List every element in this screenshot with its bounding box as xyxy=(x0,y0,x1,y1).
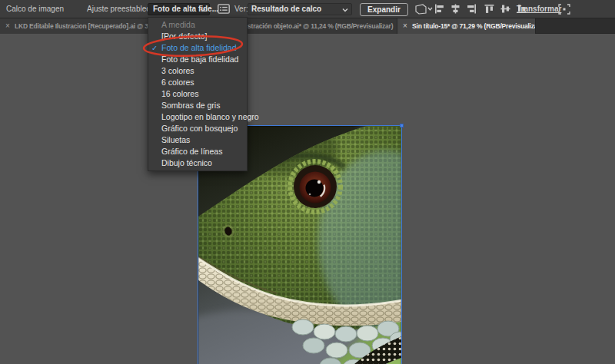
menu-item-logotipo-en-blanco-y-negro[interactable]: Logotipo en blanco y negro xyxy=(148,111,247,123)
menu-item-sombras-de-gris[interactable]: Sombras de gris xyxy=(148,100,247,111)
tab-close-icon[interactable]: × xyxy=(403,18,407,34)
view-select[interactable]: Resultado de calco xyxy=(248,3,352,15)
align-center-vertical-icon[interactable] xyxy=(500,4,510,14)
menu-item-6-colores[interactable]: 6 colores xyxy=(148,77,247,88)
menu-item-gr-fico-de-l-neas[interactable]: Gráfico de líneas xyxy=(148,146,247,157)
menu-item-dibujo-t-cnico[interactable]: Dibujo técnico xyxy=(148,157,247,169)
align-center-horizontal-icon[interactable] xyxy=(450,4,460,14)
tab-title: LKD Editable Ilustracion [Recuperado].ai… xyxy=(15,18,151,34)
align-left-icon[interactable] xyxy=(434,4,444,14)
preset-select[interactable]: Foto de alta fide... xyxy=(148,3,210,15)
align-right-icon[interactable] xyxy=(467,4,477,14)
menu-item-label: Gráfico con bosquejo xyxy=(161,124,238,133)
menu-item-foto-de-alta-fidelidad[interactable]: ✓Foto de alta fidelidad xyxy=(148,42,247,54)
menu-item-label: Siluetas xyxy=(161,135,190,144)
menu-item-16-colores[interactable]: 16 colores xyxy=(148,88,247,100)
menu-item-label: A medida xyxy=(161,20,195,29)
view-label: Ver: xyxy=(234,0,248,18)
menu-item-siluetas[interactable]: Siluetas xyxy=(148,134,247,146)
document-tab-3[interactable]: ×Sin título-15* @ 71,29 % (RGB/Previsual… xyxy=(397,18,536,34)
document-tab-1[interactable]: ×LKD Editable Ilustracion [Recuperado].a… xyxy=(0,18,151,34)
tab-title: Sin título-15* @ 71,29 % (RGB/Previsuali… xyxy=(412,18,536,34)
menu-item-label: 3 colores xyxy=(161,66,194,75)
menu-item-label: Gráfico de líneas xyxy=(161,147,222,156)
image-trace-control-bar: Calco de imagen Ajuste preestablecido: F… xyxy=(0,0,615,18)
menu-item-label: 16 colores xyxy=(161,89,198,98)
view-select-value: Resultado de calco xyxy=(251,5,321,13)
menu-item-label: Logotipo en blanco y negro xyxy=(161,112,259,121)
chevron-down-icon xyxy=(200,8,206,12)
menu-item-a-medida: A medida xyxy=(148,19,247,31)
selection-handle[interactable] xyxy=(400,124,404,127)
tab-bar: ×LKD Editable Ilustracion [Recuperado].a… xyxy=(0,18,615,34)
transform-link[interactable]: Transformar xyxy=(517,0,561,18)
menu-item-3-colores[interactable]: 3 colores xyxy=(148,65,247,77)
menu-item-por-defecto[interactable]: [Por defecto] xyxy=(148,31,247,42)
illustrator-window: Calco de imagen Ajuste preestablecido: F… xyxy=(0,0,615,364)
expand-button[interactable]: Expandir xyxy=(360,3,408,16)
menu-item-label: Foto de alta fidelidad xyxy=(161,43,236,52)
checkmark-icon: ✓ xyxy=(151,42,158,54)
canvas-area[interactable] xyxy=(0,34,615,364)
menu-item-label: [Por defecto] xyxy=(161,31,208,41)
panel-toggle-icon[interactable] xyxy=(218,4,230,14)
preset-dropdown-menu: A medida[Por defecto]✓Foto de alta fidel… xyxy=(148,17,248,171)
tab-title: stración objeto.ai* @ 11,24 % (RGB/Previ… xyxy=(248,18,393,34)
free-transform-icon[interactable] xyxy=(558,4,570,15)
drawing-style-icon[interactable] xyxy=(415,4,434,15)
chevron-down-icon xyxy=(342,8,348,12)
tab-close-icon[interactable]: × xyxy=(5,18,10,34)
menu-item-gr-fico-con-bosquejo[interactable]: Gráfico con bosquejo xyxy=(148,123,247,134)
menu-item-label: 6 colores xyxy=(161,78,194,87)
menu-item-label: Dibujo técnico xyxy=(161,158,212,167)
align-top-icon[interactable] xyxy=(484,4,494,14)
menu-item-label: Sombras de gris xyxy=(161,101,220,110)
menu-item-foto-de-baja-fidelidad[interactable]: Foto de baja fidelidad xyxy=(148,54,247,65)
panel-context-label: Calco de imagen xyxy=(6,0,64,18)
menu-item-label: Foto de baja fidelidad xyxy=(161,55,238,64)
preset-select-value: Foto de alta fide... xyxy=(153,5,218,13)
